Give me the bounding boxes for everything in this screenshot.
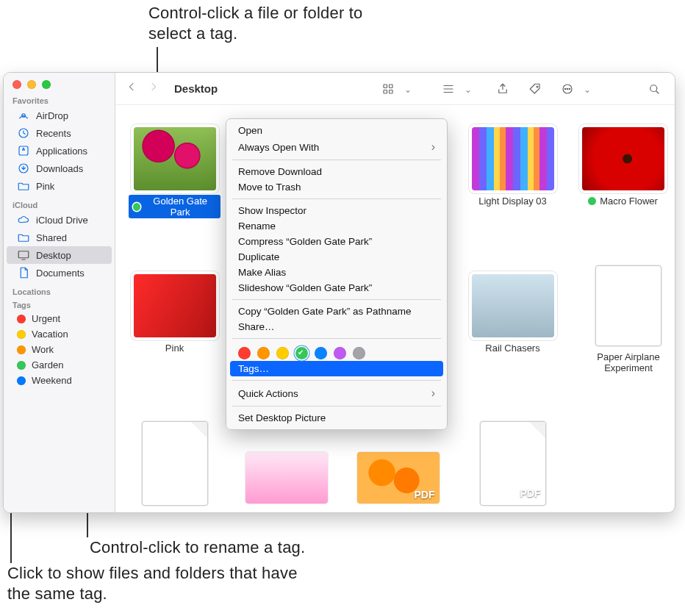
sidebar-item-pink[interactable]: Pink [7,177,112,195]
section-tags: Tags [4,298,115,311]
sidebar-item-label: iCloud Drive [36,215,88,226]
nav-forward-button[interactable] [148,81,159,96]
sidebar-tag-vacation[interactable]: Vacation [7,326,112,342]
svg-rect-7 [384,90,387,93]
close-button[interactable] [12,80,21,89]
file-thumbnail: PDF [480,421,546,506]
sidebar-item-label: Garden [32,359,63,370]
svg-rect-5 [384,85,387,88]
file-paper-airplane[interactable]: Paper AirplaneExperiment [577,265,675,374]
file-pink[interactable]: Pink [129,274,220,354]
menu-item-remove-download[interactable]: Remove Download [226,164,447,179]
tag-swatch-blue[interactable] [315,347,327,359]
file-label: Paper AirplaneExperiment [577,351,675,374]
file-thumbnail [245,452,328,504]
action-button[interactable] [557,80,578,98]
svg-point-12 [567,88,568,90]
menu-item-rename[interactable]: Rename [226,218,447,234]
view-icons-button[interactable] [378,80,398,98]
menu-item-compress[interactable]: Compress “Golden Gate Park” [226,234,447,249]
zoom-button[interactable] [42,80,51,89]
menu-item-show-inspector[interactable]: Show Inspector [226,203,447,218]
menu-item-share[interactable]: Share… [226,319,447,334]
sidebar-item-label: Pink [36,181,54,192]
menu-item-move-to-trash[interactable]: Move to Trash [226,179,447,195]
sidebar-item-desktop[interactable]: Desktop [7,246,112,264]
sidebar-item-downloads[interactable]: Downloads [7,160,112,177]
menu-item-set-desktop-picture[interactable]: Set Desktop Picture [226,410,447,426]
applications-icon [17,144,30,157]
menu-item-slideshow[interactable]: Slideshow “Golden Gate Park” [226,280,447,296]
callout-top: Control-click a file or folder to select… [148,3,398,44]
section-locations: Locations [4,282,115,298]
desktop-icon [17,248,30,262]
finder-window: Favorites AirDrop Recents Applications D… [3,72,675,513]
tag-swatch-gray[interactable] [353,347,365,359]
tag-swatch-red[interactable] [238,347,251,359]
callout-bottom: Click to show files and folders that hav… [7,563,316,604]
sidebar-item-label: Urgent [32,313,60,324]
downloads-icon [17,162,30,175]
menu-item-open[interactable]: Open [226,123,447,138]
menu-separator [232,160,441,160]
menu-item-tags[interactable]: Tags… [230,361,443,376]
file-label: Golden Gate Park [129,195,220,218]
sidebar-item-icloud-drive[interactable]: iCloud Drive [7,211,112,229]
menu-item-copy-pathname[interactable]: Copy “Golden Gate Park” as Pathname [226,304,447,319]
group-by-button[interactable] [438,80,459,98]
sidebar-tag-urgent[interactable]: Urgent [7,311,112,326]
file-oranges-pdf[interactable]: PDF [352,452,444,508]
document-icon [17,266,30,279]
menu-item-duplicate[interactable]: Duplicate [226,249,447,265]
file-rail-chasers[interactable]: Rail Chasers [467,274,559,354]
svg-point-9 [537,86,538,87]
sidebar-item-recents[interactable]: Recents [7,124,112,142]
sidebar-item-documents[interactable]: Documents [7,264,112,282]
sidebar-item-label: Vacation [32,329,68,340]
sidebar-item-label: Documents [36,268,85,279]
sidebar-tag-work[interactable]: Work [7,342,112,357]
svg-rect-6 [390,85,393,88]
search-button[interactable] [644,80,664,98]
menu-item-quick-actions[interactable]: Quick Actions [226,384,447,402]
file-marketing-plan[interactable]: PDF [467,421,559,510]
menu-item-always-open-with[interactable]: Always Open With [226,138,447,156]
sidebar-item-label: Work [32,344,54,355]
menu-item-make-alias[interactable]: Make Alias [226,265,447,280]
sidebar-item-airdrop[interactable]: AirDrop [7,107,112,124]
sidebar-item-applications[interactable]: Applications [7,142,112,160]
file-thumbnail [582,127,664,190]
tag-swatch-orange[interactable] [257,347,270,359]
callout-line-bottom [10,509,12,563]
file-thumbnail [472,274,554,337]
main-pane: Desktop [115,73,675,512]
tag-swatch-purple[interactable] [334,347,346,359]
cloud-icon [17,213,30,226]
sidebar-item-label: Shared [36,232,67,243]
menu-separator [232,380,441,381]
tag-dot-icon [17,376,26,385]
tag-swatch-green[interactable] [295,347,308,359]
file-golden-gate-park[interactable]: Golden Gate Park [129,127,220,218]
sidebar-item-label: AirDrop [36,110,68,121]
file-light-display[interactable]: Light Display 03 [467,127,559,207]
tag-dot-icon [588,197,596,205]
minimize-button[interactable] [27,80,36,89]
callout-mid: Control-click to rename a tag. [90,537,305,558]
submenu-arrow-icon [424,387,435,400]
svg-point-13 [569,88,570,90]
file-sophie-pdf[interactable] [240,452,332,508]
nav-back-button[interactable] [126,81,137,96]
sidebar-item-shared[interactable]: Shared [7,229,112,246]
share-button[interactable] [492,80,513,98]
file-macro-flower[interactable]: Macro Flower [577,127,669,207]
tag-swatch-yellow[interactable] [276,347,289,359]
file-grid[interactable]: Golden Gate Park Light Display 03 Macro … [115,105,675,512]
file-bland-workshop[interactable] [129,421,220,510]
file-thumbnail [134,127,216,190]
airdrop-icon [17,109,30,122]
sidebar-tag-garden[interactable]: Garden [7,357,112,373]
tags-button[interactable] [525,80,545,98]
sidebar-tag-weekend[interactable]: Weekend [7,373,112,388]
window-controls [4,73,115,90]
